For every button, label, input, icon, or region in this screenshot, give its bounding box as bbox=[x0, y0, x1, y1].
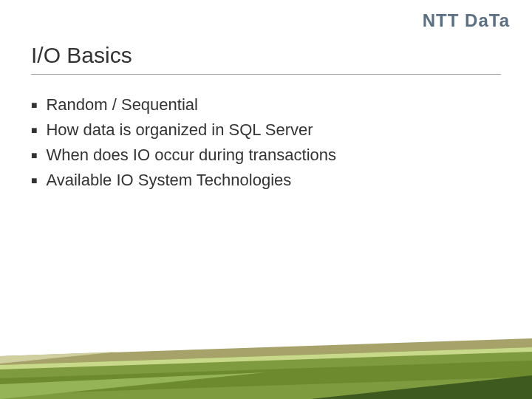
bullet-icon: ■ bbox=[31, 120, 37, 140]
list-item: ■ When does IO occur during transactions bbox=[31, 145, 501, 166]
slide-title: I/O Basics bbox=[31, 43, 501, 75]
footer-decoration bbox=[0, 334, 532, 399]
list-item: ■ Available IO System Technologies bbox=[31, 170, 501, 191]
bullet-list: ■ Random / Sequential ■ How data is orga… bbox=[31, 95, 501, 195]
footer-pattern-icon bbox=[0, 334, 532, 399]
bullet-text: Random / Sequential bbox=[46, 95, 197, 115]
brand-logo: NTT DaTa bbox=[423, 10, 510, 31]
list-item: ■ How data is organized in SQL Server bbox=[31, 120, 501, 140]
bullet-icon: ■ bbox=[31, 95, 37, 115]
bullet-text: How data is organized in SQL Server bbox=[46, 120, 313, 140]
bullet-text: Available IO System Technologies bbox=[46, 170, 291, 191]
list-item: ■ Random / Sequential bbox=[31, 95, 501, 115]
bullet-text: When does IO occur during transactions bbox=[46, 145, 336, 166]
brand-logo-text: NTT DaTa bbox=[423, 10, 510, 30]
bullet-icon: ■ bbox=[31, 170, 37, 191]
bullet-icon: ■ bbox=[31, 145, 37, 166]
